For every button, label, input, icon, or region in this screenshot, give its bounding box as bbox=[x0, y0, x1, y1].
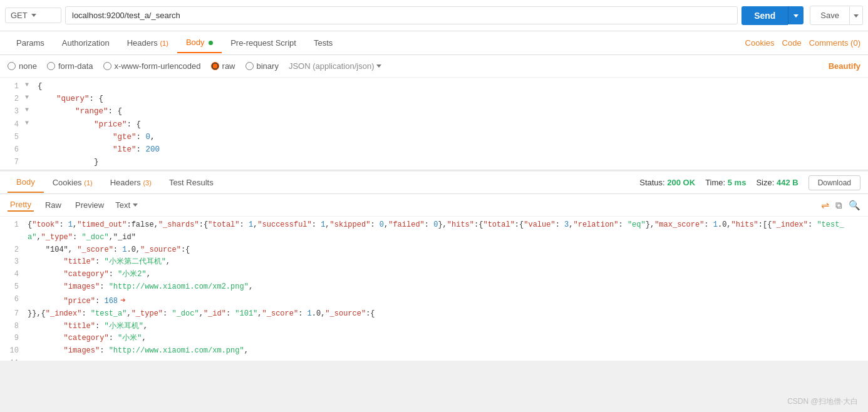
line-number: 5 bbox=[0, 131, 25, 143]
status-value: 200 OK bbox=[667, 178, 695, 187]
cookies-link[interactable]: Cookies bbox=[745, 38, 775, 48]
fold-arrow-icon[interactable]: ▼ bbox=[25, 80, 35, 90]
size-value: 442 B bbox=[777, 178, 798, 187]
comments-link[interactable]: Comments (0) bbox=[809, 38, 860, 48]
tab-params[interactable]: Params bbox=[8, 33, 53, 53]
json-format-select[interactable]: JSON (application/json) bbox=[289, 61, 382, 71]
method-select[interactable]: GET bbox=[5, 8, 61, 23]
response-line-content: "category": "小米2", bbox=[25, 269, 868, 281]
code-content: "gte": 0, bbox=[35, 131, 868, 143]
body-type-raw[interactable]: raw bbox=[211, 61, 235, 71]
code-link[interactable]: Code bbox=[782, 38, 802, 48]
response-line-number: 7 bbox=[0, 308, 25, 321]
request-code-line: 4▼ "price": { bbox=[0, 118, 868, 131]
line-number: 4 bbox=[0, 118, 25, 131]
resp-tab-headers[interactable]: Headers (3) bbox=[101, 173, 160, 192]
line-number: 6 bbox=[0, 143, 25, 156]
search-response-button[interactable]: 🔍 bbox=[849, 199, 860, 211]
request-code-line: 7 } bbox=[0, 156, 868, 168]
response-line: 6 "price": 168➜ bbox=[0, 294, 868, 308]
resp-format-preview[interactable]: Preview bbox=[73, 199, 106, 211]
response-line-number: 2 bbox=[0, 244, 25, 257]
response-icons: ⇌ ⧉ 🔍 bbox=[821, 199, 860, 211]
body-type-formdata[interactable]: form-data bbox=[47, 61, 93, 71]
response-line-number: 8 bbox=[0, 321, 25, 333]
method-chevron-icon bbox=[31, 14, 36, 17]
request-code-line: 6 "lte": 200 bbox=[0, 143, 868, 156]
response-line-number: 10 bbox=[0, 345, 25, 358]
resp-format-raw[interactable]: Raw bbox=[43, 199, 64, 211]
tab-tests[interactable]: Tests bbox=[305, 33, 341, 53]
code-content: "query": { bbox=[35, 93, 868, 105]
response-line: 3 "title": "小米第二代耳机", bbox=[0, 256, 868, 269]
code-content: } bbox=[35, 156, 868, 168]
size-label: Size: 442 B bbox=[756, 178, 798, 187]
response-body[interactable]: 1{"took": 1,"timed_out":false,"_shards":… bbox=[0, 217, 868, 361]
response-tabs-bar: Body Cookies (1) Headers (3) Test Result… bbox=[0, 170, 868, 194]
response-line-content: }},{"_index": "test_a","_type": "_doc","… bbox=[25, 308, 868, 321]
body-type-urlencoded[interactable]: x-www-form-urlencoded bbox=[103, 61, 201, 71]
watermark: CSDN @扫地僧·大白 bbox=[787, 396, 858, 407]
json-format-chevron-icon bbox=[376, 64, 381, 68]
body-type-none[interactable]: none bbox=[8, 61, 37, 71]
text-format-select[interactable]: Text bbox=[115, 200, 138, 210]
line-number: 1 bbox=[0, 80, 25, 93]
code-content: "lte": 200 bbox=[35, 143, 868, 156]
save-chevron-icon bbox=[854, 14, 859, 18]
line-number: 2 bbox=[0, 93, 25, 105]
time-label: Time: 5 ms bbox=[705, 178, 746, 187]
highlight-arrow-icon: ➜ bbox=[120, 359, 125, 361]
line-number: 7 bbox=[0, 156, 25, 168]
tab-body[interactable]: Body bbox=[177, 33, 222, 53]
code-content: { bbox=[35, 80, 868, 93]
response-line-content: "images": "http://www.xiaomi.com/xm2.png… bbox=[25, 281, 868, 294]
request-code-line: 2▼ "query": { bbox=[0, 93, 868, 105]
response-line-number: 6 bbox=[0, 294, 25, 306]
tab-authorization[interactable]: Authorization bbox=[53, 33, 118, 53]
download-button[interactable]: Download bbox=[809, 175, 860, 190]
code-content: "price": { bbox=[35, 118, 868, 131]
response-line-content: "category": "小米", bbox=[25, 332, 868, 345]
fold-arrow-icon[interactable]: ▼ bbox=[25, 105, 35, 115]
response-line-number: 1 bbox=[0, 219, 25, 232]
request-code-line: 1▼{ bbox=[0, 80, 868, 93]
resp-tab-body[interactable]: Body bbox=[8, 172, 44, 193]
method-label: GET bbox=[11, 11, 28, 20]
response-line-content: "images": "http://www.xiaomi.com/xm.png"… bbox=[25, 345, 868, 358]
tab-prerequest[interactable]: Pre-request Script bbox=[222, 33, 305, 53]
save-dropdown-button[interactable] bbox=[850, 6, 863, 25]
response-line-number: 3 bbox=[0, 256, 25, 269]
line-number: 3 bbox=[0, 105, 25, 118]
time-value: 5 ms bbox=[728, 178, 747, 187]
send-button[interactable]: Send bbox=[741, 6, 788, 25]
copy-response-button[interactable]: ⧉ bbox=[835, 199, 842, 211]
save-btn-group: Save bbox=[810, 6, 863, 25]
request-code-editor[interactable]: 1▼{2▼ "query": {3▼ "range": {4▼ "price":… bbox=[0, 78, 868, 170]
url-input[interactable] bbox=[65, 6, 738, 24]
fold-arrow-icon[interactable]: ▼ bbox=[25, 118, 35, 128]
wrap-lines-button[interactable]: ⇌ bbox=[821, 199, 829, 211]
send-btn-group: Send bbox=[741, 6, 803, 25]
response-line-content: "title": "小米耳机", bbox=[25, 321, 868, 333]
save-button[interactable]: Save bbox=[810, 6, 850, 25]
response-line-number: 11 bbox=[0, 358, 25, 361]
status-label: Status: 200 OK bbox=[639, 178, 695, 187]
response-line: 8 "title": "小米耳机", bbox=[0, 321, 868, 333]
fold-arrow-icon[interactable]: ▼ bbox=[25, 93, 35, 103]
json-format-label: JSON (application/json) bbox=[289, 61, 375, 71]
text-format-label: Text bbox=[115, 200, 130, 210]
response-line: 10 "images": "http://www.xiaomi.com/xm.p… bbox=[0, 345, 868, 358]
send-dropdown-button[interactable] bbox=[788, 6, 803, 24]
response-line: 5 "images": "http://www.xiaomi.com/xm2.p… bbox=[0, 281, 868, 294]
body-type-binary[interactable]: binary bbox=[245, 61, 279, 71]
resp-tab-cookies[interactable]: Cookies (1) bbox=[44, 173, 101, 192]
resp-format-pretty[interactable]: Pretty bbox=[8, 198, 34, 212]
tab-headers[interactable]: Headers (1) bbox=[118, 33, 177, 53]
response-line: 11 "price": 100➜ bbox=[0, 358, 868, 361]
response-line-number: 4 bbox=[0, 269, 25, 281]
response-line: 2 "104", "_score": 1.0,"_source":{ bbox=[0, 244, 868, 257]
response-line-content: "104", "_score": 1.0,"_source":{ bbox=[25, 244, 868, 257]
beautify-button[interactable]: Beautify bbox=[829, 61, 860, 71]
resp-tab-testresults[interactable]: Test Results bbox=[160, 173, 222, 192]
req-tab-right: Cookies Code Comments (0) bbox=[745, 38, 860, 48]
